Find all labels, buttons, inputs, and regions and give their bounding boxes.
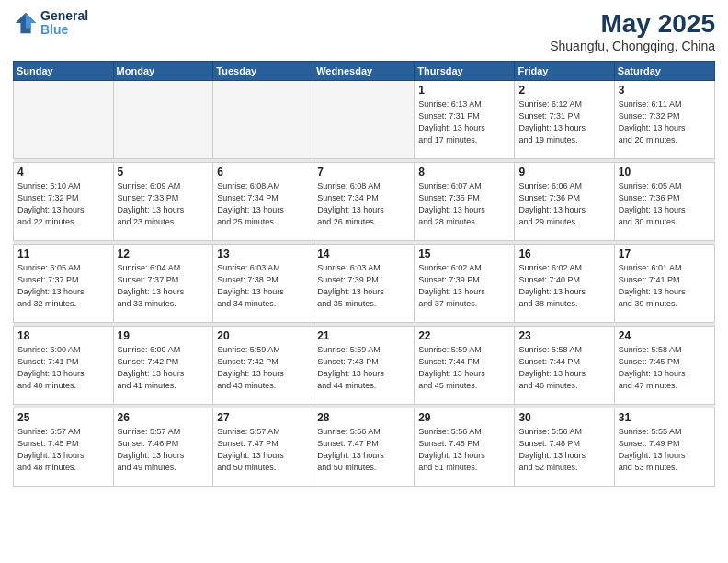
day-number: 8	[418, 166, 510, 178]
calendar-table: SundayMondayTuesdayWednesdayThursdayFrid…	[13, 61, 715, 487]
day-info: Sunrise: 6:11 AM Sunset: 7:32 PM Dayligh…	[619, 98, 711, 146]
day-number: 17	[619, 247, 711, 260]
page-container: General Blue May 2025 Shuangfu, Chongqin…	[0, 0, 728, 496]
day-info: Sunrise: 6:02 AM Sunset: 7:40 PM Dayligh…	[518, 262, 609, 310]
day-info: Sunrise: 6:01 AM Sunset: 7:41 PM Dayligh…	[619, 262, 711, 310]
day-number: 19	[118, 329, 210, 342]
calendar-day-cell: 10Sunrise: 6:05 AM Sunset: 7:36 PM Dayli…	[614, 163, 714, 241]
day-number: 29	[418, 411, 510, 424]
day-number: 21	[317, 329, 410, 342]
calendar-day-cell: 4Sunrise: 6:10 AM Sunset: 7:32 PM Daylig…	[14, 163, 114, 241]
day-info: Sunrise: 6:04 AM Sunset: 7:37 PM Dayligh…	[118, 262, 210, 310]
calendar-header-thursday: Thursday	[415, 62, 515, 81]
day-info: Sunrise: 6:05 AM Sunset: 7:36 PM Dayligh…	[619, 180, 711, 228]
day-info: Sunrise: 5:57 AM Sunset: 7:46 PM Dayligh…	[118, 426, 210, 474]
logo: General Blue	[13, 9, 88, 38]
month-title: May 2025	[550, 9, 715, 39]
day-info: Sunrise: 6:12 AM Sunset: 7:31 PM Dayligh…	[518, 98, 609, 146]
day-number: 20	[217, 329, 309, 342]
day-number: 12	[118, 247, 210, 260]
day-number: 4	[17, 166, 109, 178]
day-number: 18	[17, 329, 109, 342]
calendar-day-cell: 16Sunrise: 6:02 AM Sunset: 7:40 PM Dayli…	[515, 245, 614, 323]
calendar-day-cell	[313, 81, 415, 159]
day-info: Sunrise: 5:55 AM Sunset: 7:49 PM Dayligh…	[619, 426, 711, 474]
day-number: 23	[518, 329, 609, 342]
day-number: 31	[619, 411, 711, 424]
calendar-day-cell: 14Sunrise: 6:03 AM Sunset: 7:39 PM Dayli…	[313, 245, 415, 323]
day-info: Sunrise: 5:57 AM Sunset: 7:45 PM Dayligh…	[17, 426, 109, 474]
day-number: 27	[217, 411, 309, 424]
calendar-header-monday: Monday	[113, 62, 213, 81]
calendar-week-row: 18Sunrise: 6:00 AM Sunset: 7:41 PM Dayli…	[14, 327, 715, 405]
calendar-header-row: SundayMondayTuesdayWednesdayThursdayFrid…	[14, 62, 715, 81]
calendar-week-row: 11Sunrise: 6:05 AM Sunset: 7:37 PM Dayli…	[14, 245, 715, 323]
day-info: Sunrise: 6:10 AM Sunset: 7:32 PM Dayligh…	[17, 180, 109, 228]
day-info: Sunrise: 5:58 AM Sunset: 7:45 PM Dayligh…	[619, 344, 711, 392]
day-number: 9	[518, 166, 609, 178]
day-number: 1	[418, 84, 510, 97]
calendar-header-friday: Friday	[515, 62, 614, 81]
calendar-day-cell: 9Sunrise: 6:06 AM Sunset: 7:36 PM Daylig…	[515, 163, 614, 241]
svg-marker-1	[26, 13, 36, 29]
calendar-day-cell	[213, 81, 313, 159]
logo-text-line1: General	[40, 9, 88, 23]
day-number: 7	[317, 166, 410, 178]
day-info: Sunrise: 6:08 AM Sunset: 7:34 PM Dayligh…	[317, 180, 410, 228]
calendar-day-cell: 18Sunrise: 6:00 AM Sunset: 7:41 PM Dayli…	[14, 327, 114, 405]
logo-icon	[13, 10, 39, 36]
calendar-week-row: 25Sunrise: 5:57 AM Sunset: 7:45 PM Dayli…	[14, 408, 715, 487]
calendar-week-row: 1Sunrise: 6:13 AM Sunset: 7:31 PM Daylig…	[14, 81, 715, 159]
calendar-day-cell: 28Sunrise: 5:56 AM Sunset: 7:47 PM Dayli…	[313, 408, 415, 487]
day-number: 5	[118, 166, 210, 178]
day-info: Sunrise: 5:56 AM Sunset: 7:47 PM Dayligh…	[317, 426, 410, 474]
day-info: Sunrise: 6:00 AM Sunset: 7:42 PM Dayligh…	[118, 344, 210, 392]
calendar-header-saturday: Saturday	[614, 62, 714, 81]
day-info: Sunrise: 6:13 AM Sunset: 7:31 PM Dayligh…	[418, 98, 510, 146]
day-number: 15	[418, 247, 510, 260]
day-number: 11	[17, 247, 109, 260]
calendar-day-cell: 20Sunrise: 5:59 AM Sunset: 7:42 PM Dayli…	[213, 327, 313, 405]
day-number: 14	[317, 247, 410, 260]
calendar-header-tuesday: Tuesday	[213, 62, 313, 81]
calendar-day-cell: 22Sunrise: 5:59 AM Sunset: 7:44 PM Dayli…	[415, 327, 515, 405]
day-number: 25	[17, 411, 109, 424]
calendar-day-cell: 19Sunrise: 6:00 AM Sunset: 7:42 PM Dayli…	[113, 327, 213, 405]
day-info: Sunrise: 6:00 AM Sunset: 7:41 PM Dayligh…	[17, 344, 109, 392]
calendar-header-sunday: Sunday	[14, 62, 114, 81]
day-info: Sunrise: 5:56 AM Sunset: 7:48 PM Dayligh…	[518, 426, 609, 474]
day-number: 24	[619, 329, 711, 342]
calendar-day-cell: 11Sunrise: 6:05 AM Sunset: 7:37 PM Dayli…	[14, 245, 114, 323]
calendar-day-cell: 7Sunrise: 6:08 AM Sunset: 7:34 PM Daylig…	[313, 163, 415, 241]
calendar-day-cell: 3Sunrise: 6:11 AM Sunset: 7:32 PM Daylig…	[614, 81, 714, 159]
day-info: Sunrise: 5:59 AM Sunset: 7:44 PM Dayligh…	[418, 344, 510, 392]
day-info: Sunrise: 6:09 AM Sunset: 7:33 PM Dayligh…	[118, 180, 210, 228]
day-number: 2	[518, 84, 609, 97]
day-info: Sunrise: 5:56 AM Sunset: 7:48 PM Dayligh…	[418, 426, 510, 474]
day-number: 10	[619, 166, 711, 178]
day-info: Sunrise: 5:59 AM Sunset: 7:43 PM Dayligh…	[317, 344, 410, 392]
location-title: Shuangfu, Chongqing, China	[550, 39, 715, 53]
day-number: 16	[518, 247, 609, 260]
calendar-day-cell: 25Sunrise: 5:57 AM Sunset: 7:45 PM Dayli…	[14, 408, 114, 487]
day-number: 28	[317, 411, 410, 424]
title-block: May 2025 Shuangfu, Chongqing, China	[550, 9, 715, 53]
calendar-day-cell: 27Sunrise: 5:57 AM Sunset: 7:47 PM Dayli…	[213, 408, 313, 487]
day-number: 13	[217, 247, 309, 260]
day-number: 26	[118, 411, 210, 424]
calendar-day-cell: 5Sunrise: 6:09 AM Sunset: 7:33 PM Daylig…	[113, 163, 213, 241]
day-info: Sunrise: 6:03 AM Sunset: 7:39 PM Dayligh…	[317, 262, 410, 310]
day-number: 30	[518, 411, 609, 424]
calendar-day-cell: 21Sunrise: 5:59 AM Sunset: 7:43 PM Dayli…	[313, 327, 415, 405]
day-number: 3	[619, 84, 711, 97]
calendar-day-cell: 17Sunrise: 6:01 AM Sunset: 7:41 PM Dayli…	[614, 245, 714, 323]
calendar-day-cell: 23Sunrise: 5:58 AM Sunset: 7:44 PM Dayli…	[515, 327, 614, 405]
logo-text-line2: Blue	[40, 23, 88, 37]
calendar-day-cell: 6Sunrise: 6:08 AM Sunset: 7:34 PM Daylig…	[213, 163, 313, 241]
calendar-day-cell: 2Sunrise: 6:12 AM Sunset: 7:31 PM Daylig…	[515, 81, 614, 159]
day-info: Sunrise: 6:06 AM Sunset: 7:36 PM Dayligh…	[518, 180, 609, 228]
calendar-day-cell: 1Sunrise: 6:13 AM Sunset: 7:31 PM Daylig…	[415, 81, 515, 159]
calendar-day-cell: 8Sunrise: 6:07 AM Sunset: 7:35 PM Daylig…	[415, 163, 515, 241]
day-info: Sunrise: 6:02 AM Sunset: 7:39 PM Dayligh…	[418, 262, 510, 310]
day-info: Sunrise: 6:07 AM Sunset: 7:35 PM Dayligh…	[418, 180, 510, 228]
